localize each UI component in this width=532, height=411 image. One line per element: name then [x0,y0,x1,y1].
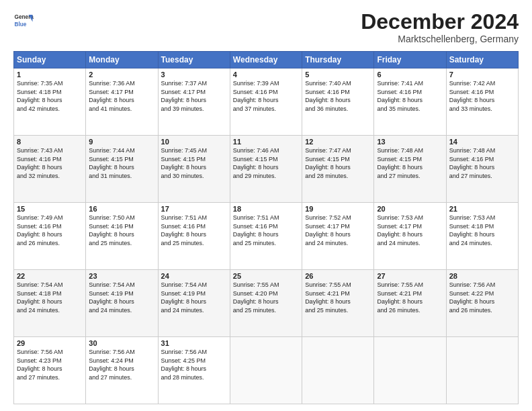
calendar-cell: 6Sunrise: 7:41 AMSunset: 4:16 PMDaylight… [374,68,446,136]
day-number: 30 [89,339,154,347]
header: General Blue December 2024 Marktschellen… [13,11,519,44]
day-info: Sunrise: 7:37 AMSunset: 4:17 PMDaylight:… [161,79,227,113]
day-info: Sunrise: 7:51 AMSunset: 4:16 PMDaylight:… [233,214,299,247]
weekday-header-thursday: Thursday [302,52,374,68]
day-number: 25 [233,272,299,280]
day-number: 17 [161,205,227,213]
location: Marktschellenberg, Germany [361,34,519,44]
day-number: 23 [89,272,154,280]
calendar-cell: 14Sunrise: 7:48 AMSunset: 4:16 PMDayligh… [446,136,518,203]
day-number: 11 [233,138,299,146]
day-number: 18 [233,205,299,213]
logo-icon: General Blue [13,11,34,31]
calendar-cell: 11Sunrise: 7:46 AMSunset: 4:15 PMDayligh… [230,136,302,203]
calendar-cell: 25Sunrise: 7:55 AMSunset: 4:20 PMDayligh… [230,270,302,337]
calendar-table: SundayMondayTuesdayWednesdayThursdayFrid… [13,51,519,404]
calendar-cell: 8Sunrise: 7:43 AMSunset: 4:16 PMDaylight… [14,136,86,203]
day-info: Sunrise: 7:36 AMSunset: 4:17 PMDaylight:… [89,79,154,113]
weekday-header-monday: Monday [86,52,158,68]
calendar-cell: 23Sunrise: 7:54 AMSunset: 4:19 PMDayligh… [86,270,158,337]
day-number: 22 [17,272,83,280]
day-info: Sunrise: 7:56 AMSunset: 4:23 PMDaylight:… [17,348,83,381]
day-number: 13 [377,138,443,146]
calendar-cell: 28Sunrise: 7:56 AMSunset: 4:22 PMDayligh… [446,270,518,337]
day-info: Sunrise: 7:56 AMSunset: 4:25 PMDaylight:… [161,348,227,381]
day-number: 15 [17,205,83,213]
day-info: Sunrise: 7:39 AMSunset: 4:16 PMDaylight:… [233,79,299,113]
day-number: 8 [17,138,83,146]
calendar-cell: 4Sunrise: 7:39 AMSunset: 4:16 PMDaylight… [230,68,302,136]
calendar-cell: 22Sunrise: 7:54 AMSunset: 4:18 PMDayligh… [14,270,86,337]
month-title: December 2024 [361,11,519,32]
calendar-cell: 21Sunrise: 7:53 AMSunset: 4:18 PMDayligh… [446,203,518,270]
day-info: Sunrise: 7:55 AMSunset: 4:20 PMDaylight:… [233,281,299,314]
calendar-cell: 15Sunrise: 7:49 AMSunset: 4:16 PMDayligh… [14,203,86,270]
day-number: 2 [89,71,154,79]
calendar-cell: 5Sunrise: 7:40 AMSunset: 4:16 PMDaylight… [302,68,374,136]
day-number: 5 [305,71,371,79]
day-info: Sunrise: 7:53 AMSunset: 4:18 PMDaylight:… [449,214,515,247]
day-number: 19 [305,205,371,213]
day-info: Sunrise: 7:48 AMSunset: 4:16 PMDaylight:… [449,146,515,180]
weekday-header-friday: Friday [374,52,446,68]
calendar-cell: 9Sunrise: 7:44 AMSunset: 4:15 PMDaylight… [86,136,158,203]
calendar-cell: 24Sunrise: 7:54 AMSunset: 4:19 PMDayligh… [158,270,230,337]
day-info: Sunrise: 7:48 AMSunset: 4:15 PMDaylight:… [377,146,443,180]
day-number: 12 [305,138,371,146]
day-info: Sunrise: 7:50 AMSunset: 4:16 PMDaylight:… [89,214,154,247]
day-info: Sunrise: 7:45 AMSunset: 4:15 PMDaylight:… [161,146,227,180]
calendar-cell: 2Sunrise: 7:36 AMSunset: 4:17 PMDaylight… [86,68,158,136]
weekday-header-tuesday: Tuesday [158,52,230,68]
calendar-cell: 12Sunrise: 7:47 AMSunset: 4:15 PMDayligh… [302,136,374,203]
weekday-header-wednesday: Wednesday [230,52,302,68]
calendar-cell: 17Sunrise: 7:51 AMSunset: 4:16 PMDayligh… [158,203,230,270]
day-info: Sunrise: 7:47 AMSunset: 4:15 PMDaylight:… [305,146,371,180]
weekday-header-saturday: Saturday [446,52,518,68]
page: General Blue December 2024 Marktschellen… [0,0,532,411]
day-number: 6 [377,71,443,79]
calendar-cell: 20Sunrise: 7:53 AMSunset: 4:17 PMDayligh… [374,203,446,270]
day-number: 21 [449,205,515,213]
calendar-cell [374,337,446,404]
day-info: Sunrise: 7:35 AMSunset: 4:18 PMDaylight:… [17,79,83,113]
day-number: 10 [161,138,227,146]
day-info: Sunrise: 7:54 AMSunset: 4:19 PMDaylight:… [161,281,227,314]
calendar-cell: 31Sunrise: 7:56 AMSunset: 4:25 PMDayligh… [158,337,230,404]
day-info: Sunrise: 7:56 AMSunset: 4:24 PMDaylight:… [89,348,154,381]
day-number: 3 [161,71,227,79]
day-number: 31 [161,339,227,347]
calendar-cell: 29Sunrise: 7:56 AMSunset: 4:23 PMDayligh… [14,337,86,404]
day-info: Sunrise: 7:41 AMSunset: 4:16 PMDaylight:… [377,79,443,113]
day-number: 24 [161,272,227,280]
calendar-cell [302,337,374,404]
calendar-cell: 30Sunrise: 7:56 AMSunset: 4:24 PMDayligh… [86,337,158,404]
day-number: 1 [17,71,83,79]
day-info: Sunrise: 7:56 AMSunset: 4:22 PMDaylight:… [449,281,515,314]
calendar-cell: 3Sunrise: 7:37 AMSunset: 4:17 PMDaylight… [158,68,230,136]
day-info: Sunrise: 7:55 AMSunset: 4:21 PMDaylight:… [377,281,443,314]
day-info: Sunrise: 7:55 AMSunset: 4:21 PMDaylight:… [305,281,371,314]
title-area: December 2024 Marktschellenberg, Germany [361,11,519,44]
day-number: 9 [89,138,154,146]
calendar-cell: 7Sunrise: 7:42 AMSunset: 4:16 PMDaylight… [446,68,518,136]
svg-text:Blue: Blue [15,21,27,28]
day-info: Sunrise: 7:54 AMSunset: 4:18 PMDaylight:… [17,281,83,314]
day-info: Sunrise: 7:46 AMSunset: 4:15 PMDaylight:… [233,146,299,180]
calendar-cell: 16Sunrise: 7:50 AMSunset: 4:16 PMDayligh… [86,203,158,270]
day-number: 28 [449,272,515,280]
day-number: 26 [305,272,371,280]
calendar-cell: 19Sunrise: 7:52 AMSunset: 4:17 PMDayligh… [302,203,374,270]
day-info: Sunrise: 7:42 AMSunset: 4:16 PMDaylight:… [449,79,515,113]
day-number: 20 [377,205,443,213]
calendar-cell: 26Sunrise: 7:55 AMSunset: 4:21 PMDayligh… [302,270,374,337]
day-info: Sunrise: 7:43 AMSunset: 4:16 PMDaylight:… [17,146,83,180]
day-number: 14 [449,138,515,146]
day-number: 29 [17,339,83,347]
day-number: 27 [377,272,443,280]
day-info: Sunrise: 7:40 AMSunset: 4:16 PMDaylight:… [305,79,371,113]
day-info: Sunrise: 7:49 AMSunset: 4:16 PMDaylight:… [17,214,83,247]
day-info: Sunrise: 7:51 AMSunset: 4:16 PMDaylight:… [161,214,227,247]
calendar-cell: 13Sunrise: 7:48 AMSunset: 4:15 PMDayligh… [374,136,446,203]
day-info: Sunrise: 7:52 AMSunset: 4:17 PMDaylight:… [305,214,371,247]
calendar-cell: 27Sunrise: 7:55 AMSunset: 4:21 PMDayligh… [374,270,446,337]
